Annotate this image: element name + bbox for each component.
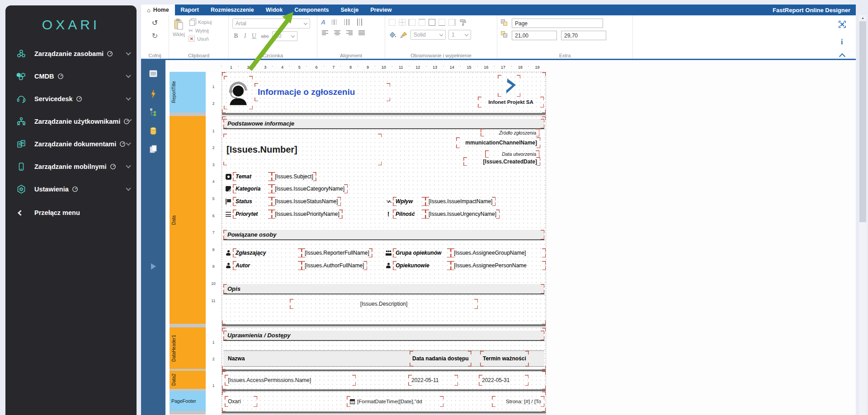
band-separator[interactable] — [170, 324, 206, 327]
font-family-select[interactable]: Arial — [232, 19, 310, 28]
italic-button[interactable]: I — [242, 33, 248, 40]
band-separator[interactable] — [170, 112, 206, 116]
band-data[interactable]: Podstawowe informacje [Issues.Number] Źr… — [222, 117, 546, 324]
tab-home[interactable]: ⌂ Home — [141, 5, 175, 15]
band-dataheader1[interactable]: Uprawnienia / Dostępy Nazwa Data nadania… — [222, 328, 546, 369]
border-none-icon[interactable] — [389, 19, 396, 26]
scrollbar-thumb[interactable] — [859, 21, 866, 222]
issue-number-field[interactable]: [Issues.Number] — [223, 134, 382, 165]
bring-to-front-icon[interactable] — [501, 19, 508, 27]
created-value-field[interactable]: [Issues.CreatedDate] — [463, 157, 540, 166]
collapse-ribbon-icon[interactable] — [840, 54, 844, 59]
description-field[interactable]: [Issues.Description] — [290, 299, 478, 309]
paste-icon[interactable] — [174, 19, 184, 30]
tab-raport[interactable]: Raport — [175, 5, 205, 15]
footer-date-field[interactable]: [FormatDateTime([Date],"dd — [347, 396, 443, 407]
field-value[interactable]: [Issues.Subject] — [272, 172, 316, 181]
band-label-dataheader1[interactable]: DataHeader1 — [170, 327, 206, 369]
brush-icon[interactable] — [400, 31, 408, 38]
data-source-icon[interactable] — [141, 127, 165, 135]
field-value[interactable]: [Issues.ReporterFullName] — [302, 248, 373, 257]
align-justify-icon[interactable] — [358, 29, 366, 37]
field-label[interactable]: Status — [233, 197, 272, 206]
cut-button[interactable]: ✂ Wytnij — [189, 28, 212, 34]
copy-pages-icon[interactable] — [141, 145, 165, 153]
field-value[interactable]: [Issues.IssueUrgencyName] — [425, 210, 500, 219]
tab-widok[interactable]: Widok — [260, 5, 288, 15]
sidebar-item-mobilne[interactable]: Zarządzanie mobilnymi — [5, 155, 137, 178]
section-header-permissions[interactable]: Uprawnienia / Dostępy — [223, 331, 544, 341]
align-right-icon[interactable] — [345, 29, 354, 37]
source-label[interactable]: Źródło zgłoszenia — [481, 129, 539, 136]
field-label[interactable]: Kategoria — [233, 184, 272, 193]
fullscreen-icon[interactable] — [839, 21, 846, 30]
field-value[interactable]: [Issues.IssueStatusName] — [272, 197, 341, 206]
band-label-reporttitle[interactable]: ReportTitle — [170, 72, 206, 112]
border-width-select[interactable]: 1 — [448, 30, 471, 40]
field-label[interactable]: Opiekunowie — [393, 261, 451, 270]
page-width-input[interactable] — [512, 31, 557, 40]
col-header-termin[interactable]: Termin ważności — [480, 351, 529, 366]
strikethrough-button[interactable]: abc — [260, 33, 270, 39]
company-logo-image[interactable] — [498, 75, 520, 97]
field-label[interactable]: Pilność — [393, 210, 425, 219]
field-label[interactable]: Grupa opiekunów — [393, 248, 451, 257]
sidebar-item-ustawienia[interactable]: Ustawienia — [5, 178, 137, 201]
border-left-icon[interactable] — [409, 19, 415, 26]
scroll-up-arrow[interactable]: ▲ — [859, 16, 867, 19]
field-value[interactable]: [Issues.IssueImpactName] — [425, 197, 495, 206]
page-height-input[interactable] — [561, 31, 606, 40]
copy-button[interactable]: Kopiuj — [189, 19, 212, 26]
delete-button[interactable]: × Usuń — [189, 36, 212, 42]
paste-button[interactable]: Wklej — [173, 32, 185, 37]
border-bottom-icon[interactable] — [439, 19, 445, 26]
col-header-data-nadania[interactable]: Data nadania dostępu — [410, 351, 472, 366]
footer-page-number-field[interactable]: Strona: [#] / [To — [492, 396, 544, 407]
fill-color-icon[interactable] — [389, 31, 397, 38]
band-label-data[interactable]: Data — [170, 116, 206, 324]
field-value[interactable]: [Issues.AssigneePersonName — [451, 261, 546, 270]
band-label-data2[interactable]: Data2 — [170, 371, 206, 389]
field-label[interactable]: Wpływ — [393, 197, 425, 206]
field-value[interactable]: [Issues.IssueCategoryName] — [272, 184, 348, 193]
band-separator[interactable] — [170, 411, 206, 415]
sidebar-item-dokumenty[interactable]: Zarządzanie dokumentami — [5, 133, 137, 155]
undo-button[interactable]: ↺ — [152, 19, 158, 27]
border-top-icon[interactable] — [419, 19, 425, 26]
field-value[interactable]: [Issues.AuthorFullName] — [302, 261, 367, 270]
tab-preview[interactable]: Preview — [364, 5, 397, 15]
align-center-icon[interactable] — [333, 29, 341, 37]
report-avatar-image[interactable] — [224, 76, 253, 109]
border-style-select[interactable]: Solid — [410, 30, 446, 40]
tab-rozmieszczenie[interactable]: Rozmieszczenie — [205, 5, 260, 15]
company-logo-caption[interactable]: Infonet Projekt SA — [478, 97, 544, 107]
report-title-text[interactable]: Informacje o zgłoszeniu — [255, 83, 390, 101]
permissions-expiry-field[interactable]: 2022-05-31 — [479, 375, 528, 386]
band-pagefooter[interactable]: Oxari [FormatDateTime([Date],"dd Strona:… — [222, 392, 546, 411]
redo-button[interactable]: ↻ — [152, 32, 158, 40]
font-color-button[interactable]: A — [321, 19, 326, 26]
vertical-scrollbar[interactable]: ▲ — [859, 15, 867, 415]
sidebar-item-cmdb[interactable]: CMDB — [5, 65, 137, 88]
section-header-opis[interactable]: Opis — [223, 284, 544, 294]
page-name-input[interactable] — [512, 19, 603, 28]
paint-roller-icon[interactable] — [458, 19, 467, 26]
permissions-date-field[interactable]: 2022-05-11 — [408, 375, 458, 386]
section-header-people[interactable]: Powiązane osoby — [223, 230, 544, 240]
align-left-icon[interactable] — [321, 29, 329, 37]
events-lightning-icon[interactable] — [141, 90, 165, 98]
sidebar-toggle-menu[interactable]: Przełącz menu — [5, 201, 137, 224]
bold-button[interactable]: B — [232, 33, 240, 40]
col-header-nazwa[interactable]: Nazwa — [228, 351, 245, 366]
footer-company-field[interactable]: Oxari — [225, 396, 257, 407]
field-value[interactable]: [Issues.AssigneeGroupName] — [451, 248, 546, 257]
band-label-pagefooter[interactable]: PageFooter — [170, 391, 206, 411]
sidebar-item-uzytkownicy[interactable]: Zarządzanie użytkownikami — [5, 110, 137, 133]
report-tree-icon[interactable] — [141, 108, 165, 116]
band-data2[interactable]: [Issues.AccessPermissions.Name] 2022-05-… — [222, 371, 546, 389]
properties-icon[interactable] — [141, 70, 165, 77]
expand-panel-icon[interactable] — [141, 262, 165, 270]
sidebar-item-servicedesk[interactable]: Servicedesk — [5, 88, 137, 110]
created-label[interactable]: Data utworzenia — [485, 150, 539, 158]
field-value[interactable]: [Issues.IssuePriorityName] — [272, 210, 343, 219]
